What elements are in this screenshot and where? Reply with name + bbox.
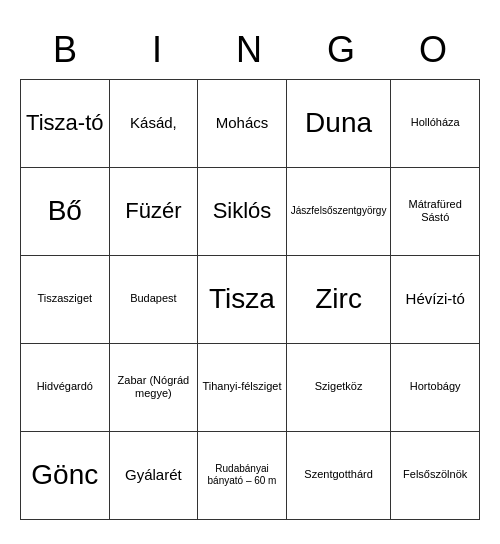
bingo-cell-0-3: Duna (287, 80, 392, 168)
bingo-header-letter: G (296, 25, 388, 75)
bingo-header-letter: O (388, 25, 480, 75)
bingo-cell-2-1: Budapest (110, 256, 199, 344)
cell-value: Zabar (Nógrád megye) (114, 374, 194, 400)
bingo-cell-3-2: Tihanyi-félsziget (198, 344, 287, 432)
bingo-header-letter: N (204, 25, 296, 75)
bingo-cell-2-2: Tisza (198, 256, 287, 344)
cell-value: Jászfelsőszentgyörgy (291, 205, 387, 217)
cell-value: Siklós (213, 198, 272, 224)
cell-value: Füzér (125, 198, 181, 224)
bingo-grid: Tisza-tóKásád,MohácsDunaHollóházaBőFüzér… (20, 79, 480, 520)
bingo-header: BINGO (20, 25, 480, 75)
cell-value: Bő (48, 194, 82, 228)
cell-value: Felsőszölnök (403, 468, 467, 481)
bingo-cell-4-0: Gönc (21, 432, 110, 520)
bingo-cell-2-4: Hévízi-tó (391, 256, 480, 344)
bingo-cell-4-4: Felsőszölnök (391, 432, 480, 520)
cell-value: Hidvégardó (37, 380, 93, 393)
cell-value: Gönc (31, 458, 98, 492)
cell-value: Mátrafüred Sástó (395, 198, 475, 224)
bingo-cell-0-2: Mohács (198, 80, 287, 168)
cell-value: Szigetköz (315, 380, 363, 393)
cell-value: Mohács (216, 114, 269, 132)
bingo-cell-1-4: Mátrafüred Sástó (391, 168, 480, 256)
bingo-cell-3-0: Hidvégardó (21, 344, 110, 432)
bingo-card: BINGO Tisza-tóKásád,MohácsDunaHollóházaB… (10, 15, 490, 530)
cell-value: Rudabányai bányató – 60 m (202, 463, 282, 487)
cell-value: Tisza (209, 282, 275, 316)
bingo-cell-4-2: Rudabányai bányató – 60 m (198, 432, 287, 520)
bingo-cell-1-2: Siklós (198, 168, 287, 256)
cell-value: Tihanyi-félsziget (202, 380, 281, 393)
bingo-cell-0-1: Kásád, (110, 80, 199, 168)
bingo-cell-1-3: Jászfelsőszentgyörgy (287, 168, 392, 256)
bingo-cell-1-1: Füzér (110, 168, 199, 256)
bingo-cell-0-0: Tisza-tó (21, 80, 110, 168)
cell-value: Duna (305, 106, 372, 140)
cell-value: Budapest (130, 292, 176, 305)
bingo-header-letter: I (112, 25, 204, 75)
bingo-cell-4-1: Gyálarét (110, 432, 199, 520)
bingo-cell-2-0: Tiszasziget (21, 256, 110, 344)
cell-value: Tisza-tó (26, 110, 103, 136)
bingo-cell-4-3: Szentgotthárd (287, 432, 392, 520)
bingo-cell-1-0: Bő (21, 168, 110, 256)
cell-value: Zirc (315, 282, 362, 316)
bingo-cell-3-3: Szigetköz (287, 344, 392, 432)
cell-value: Hollóháza (411, 116, 460, 129)
cell-value: Gyálarét (125, 466, 182, 484)
bingo-cell-2-3: Zirc (287, 256, 392, 344)
bingo-cell-3-4: Hortobágy (391, 344, 480, 432)
bingo-cell-3-1: Zabar (Nógrád megye) (110, 344, 199, 432)
bingo-cell-0-4: Hollóháza (391, 80, 480, 168)
cell-value: Hévízi-tó (406, 290, 465, 308)
cell-value: Tiszasziget (37, 292, 92, 305)
cell-value: Szentgotthárd (304, 468, 373, 481)
cell-value: Hortobágy (410, 380, 461, 393)
cell-value: Kásád, (130, 114, 177, 132)
bingo-header-letter: B (20, 25, 112, 75)
